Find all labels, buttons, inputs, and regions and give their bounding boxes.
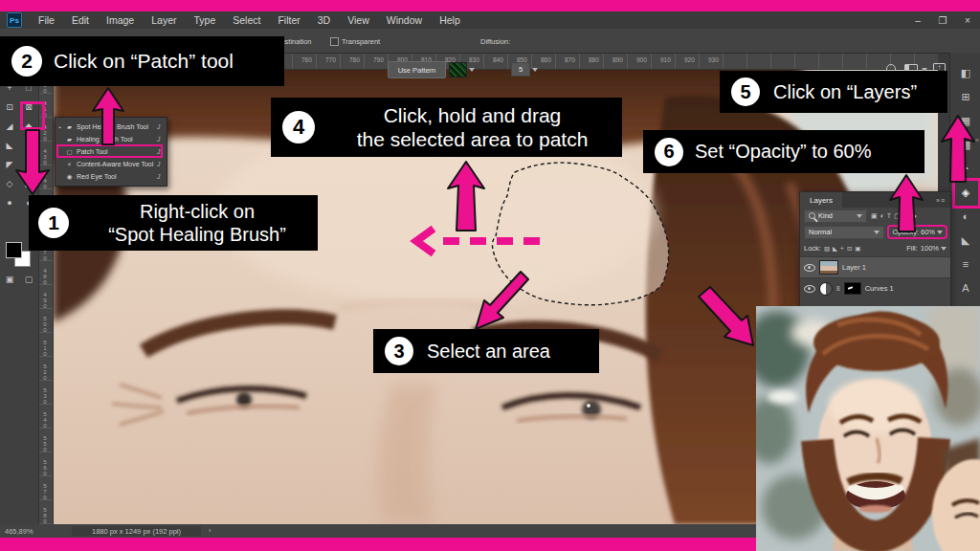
brush-settings-panel-icon[interactable]: ◣ [955,230,976,251]
blend-mode-dropdown[interactable]: Normal [804,226,884,239]
menu-filter[interactable]: Filter [269,14,308,26]
ruler-label: 510 [41,340,49,358]
callout-text: Click on “Layers” [773,81,947,103]
pencil-tool[interactable]: ◤ [2,156,18,172]
lock-transparency-icon[interactable]: ▨ [824,245,830,253]
menu-window[interactable]: Window [378,14,431,26]
use-pattern-button[interactable]: Use Pattern [388,61,446,78]
eyedropper-tool[interactable]: ◢ [2,118,18,134]
ruler-label: 480 [41,268,49,286]
filter-shape-icon[interactable]: ▢ [894,212,901,220]
selected-tool-bullet: • [56,124,64,130]
blur-tool[interactable]: ● [2,194,18,210]
healing-brush-tool[interactable]: ◆ [21,118,37,134]
properties-panel-icon[interactable]: ≡ [955,253,976,275]
layer-name[interactable]: Layer 1 [842,263,866,272]
close-button[interactable]: × [955,15,980,26]
glyphs-panel-icon[interactable]: ▩ [955,134,976,155]
photoshop-logo: Ps [7,12,22,28]
lock-position-icon[interactable]: + [840,245,844,253]
tab-layers[interactable]: Layers [800,192,842,208]
tools-panel: +□⊡⊠◢◆◣▲◤◔◇◧●◐ ▣▢ [0,53,39,524]
panel-menu-icon[interactable]: »≡ [936,197,950,204]
brush-tool[interactable]: ◣ [2,137,18,153]
opacity-value[interactable]: 60% [921,228,935,236]
history-panel-icon[interactable]: ◔ [955,158,976,179]
diffusion-dropdown-icon[interactable] [532,68,538,72]
layer-row-layer-1[interactable]: Layer 1 [800,256,950,277]
filter-adjustment-icon[interactable]: ◐ [880,212,884,220]
filter-image-icon[interactable]: ▣ [871,212,878,220]
swatches-panel-icon[interactable]: ⊞ [955,86,976,107]
menu-image[interactable]: Image [98,14,143,26]
ruler-label: 440 [41,172,49,190]
menu-file[interactable]: File [30,14,63,26]
step-number-badge: 6 [655,138,683,166]
color-panel-icon[interactable]: ◧ [955,62,976,83]
menu-help[interactable]: Help [431,14,469,26]
ruler-label: 930 [708,56,719,63]
layers-panel-icon[interactable]: ◈ [955,182,976,203]
fill-dropdown-icon[interactable] [941,247,947,251]
pattern-swatch[interactable] [449,62,467,77]
patch-tool-item[interactable]: ▢Patch ToolJ [56,145,167,158]
screen-mode-icon[interactable]: ▢ [25,275,33,284]
pattern-dropdown-icon[interactable] [469,68,475,72]
menu-3d[interactable]: 3D [309,14,339,26]
character-panel-icon[interactable]: A [955,277,976,298]
lock-all-icon[interactable]: ▣ [855,245,860,253]
fill-label: Fill: [906,244,918,253]
lock-pixels-icon[interactable]: ◣ [833,245,837,253]
spot-healing-brush-tool-item[interactable]: •▰Spot Healing Brush ToolJ [56,121,167,133]
menu-layer[interactable]: Layer [143,14,185,26]
menu-type[interactable]: Type [185,14,224,26]
tool-shortcut: J [157,123,167,130]
layer-mask-thumbnail[interactable] [844,282,861,295]
step-number-badge: 5 [731,77,760,106]
transparent-checkbox[interactable] [330,37,339,46]
content-aware-move-tool-item[interactable]: ×Content-Aware Move ToolJ [56,158,167,170]
ruler-label: 840 [493,56,503,63]
visibility-eye-icon[interactable] [804,285,815,293]
step-number-badge: 3 [385,337,413,365]
quick-mask-icon[interactable]: ▣ [6,275,14,284]
eraser-tool[interactable]: ◇ [2,175,18,191]
clone-stamp-tool[interactable]: ▲ [21,137,37,153]
layer-row-curves-1[interactable]: 8 Curves 1 [800,277,950,298]
frame-tool[interactable]: ⊠ [21,99,37,115]
layer-thumbnail[interactable] [819,260,838,275]
history-brush-tool[interactable]: ◔ [21,156,37,172]
menu-edit[interactable]: Edit [63,14,98,26]
gradient-tool[interactable]: ◧ [21,175,37,191]
callout-step-2: 2 Click on “Patch” tool [0,36,284,86]
toolbar-bottom-icons: ▣▢ [0,275,38,284]
status-expander-icon[interactable]: › [209,526,212,535]
healing-brush-tool-item[interactable]: ▰Healing Brush ToolJ [56,133,167,145]
lock-artboard-icon[interactable]: ⊡ [847,245,852,253]
photoshop-tutorial-screenshot: Ps FileEditImageLayerTypeSelectFilter3DV… [0,0,980,551]
zoom-level[interactable]: 465,89% [5,527,33,536]
libraries-panel-icon[interactable]: ▦ [955,110,976,131]
filter-type-icon[interactable]: T [887,212,891,220]
filter-type-icons: ▣◐T▢◨● [871,212,917,220]
filter-on-icon[interactable]: ● [912,212,916,220]
red-eye-tool-item[interactable]: ◉Red Eye ToolJ [56,170,167,183]
menu-select[interactable]: Select [224,14,269,26]
crop-tool[interactable]: ⊡ [2,99,18,115]
restore-button[interactable]: ❐ [930,15,955,26]
lock-icons: ▨◣+⊡▣ [824,245,861,253]
filter-smart-object-icon[interactable]: ◨ [903,212,910,220]
filter-kind-dropdown[interactable]: Kind [804,209,867,223]
adjustment-layer-icon[interactable] [819,282,833,296]
fill-value[interactable]: 100% [921,244,939,253]
foreground-color-swatch[interactable] [6,242,22,258]
layer-name[interactable]: Curves 1 [865,284,894,293]
ruler-label: 780 [349,56,360,63]
opacity-dropdown-icon[interactable] [937,231,943,234]
diffusion-value-field[interactable]: 5 [511,62,530,77]
opacity-label: Opacity: [892,228,919,236]
adjustments-panel-icon[interactable]: ◐ [955,206,976,227]
menu-view[interactable]: View [339,14,378,26]
minimize-button[interactable]: – [905,15,930,26]
visibility-eye-icon[interactable] [804,264,815,272]
